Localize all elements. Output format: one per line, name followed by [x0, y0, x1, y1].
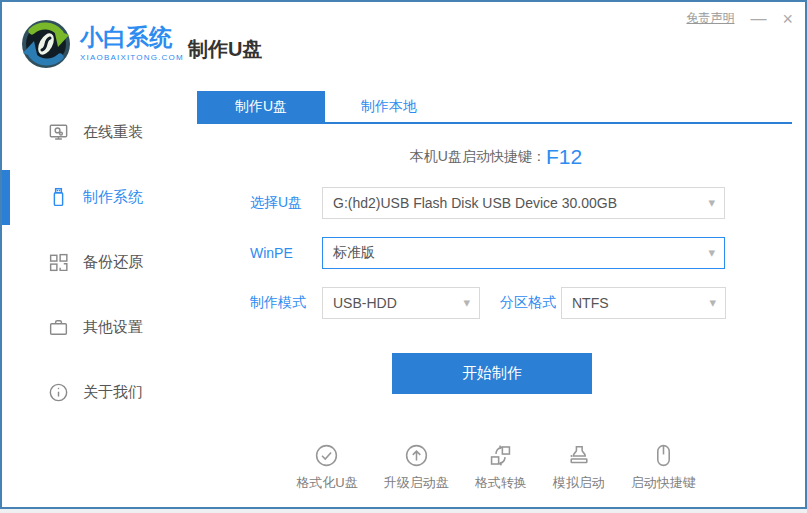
sidebar-item-label: 在线重装	[83, 123, 143, 142]
tab-strip: 制作U盘 制作本地	[197, 91, 792, 124]
winpe-select-row: WinPE 标准版	[250, 237, 805, 269]
titlebar-controls: 免责声明 — ×	[686, 10, 793, 27]
usb-select-label: 选择U盘	[250, 194, 322, 212]
footer-actions: 格式化U盘 升级启动盘	[187, 442, 805, 492]
sidebar-item-online-reinstall[interactable]: 在线重装	[2, 100, 187, 165]
action-label: 格式转换	[475, 474, 527, 492]
action-label: 升级启动盘	[384, 474, 449, 492]
mode-select-value: USB-HDD	[333, 295, 397, 311]
backup-grid-icon	[47, 251, 70, 274]
brand-name: 小白系统	[80, 24, 184, 50]
mode-select-label: 制作模式	[250, 294, 322, 312]
disclaimer-link[interactable]: 免责声明	[686, 10, 734, 27]
action-label: 格式化U盘	[296, 474, 357, 492]
body: 在线重装 制作系统	[2, 90, 805, 507]
app-window: 小白系统 XIAOBAIXITONG.COM 制作U盘 免责声明 — ×	[0, 0, 807, 509]
check-circle-icon	[313, 442, 340, 469]
mode-partition-row: 制作模式 USB-HDD 分区格式 NTFS	[250, 287, 805, 319]
arrow-up-circle-icon	[403, 442, 430, 469]
sidebar-item-about-us[interactable]: 关于我们	[2, 360, 187, 425]
action-label: 启动快捷键	[631, 474, 696, 492]
close-button[interactable]: ×	[782, 11, 793, 27]
winpe-select-label: WinPE	[250, 245, 322, 261]
action-format-usb[interactable]: 格式化U盘	[296, 442, 357, 492]
start-make-button[interactable]: 开始制作	[392, 353, 592, 394]
tab-make-usb[interactable]: 制作U盘	[197, 91, 325, 122]
briefcase-icon	[47, 316, 70, 339]
brand-logo-icon	[20, 18, 72, 70]
action-format-convert[interactable]: 格式转换	[475, 442, 527, 492]
partition-select-label: 分区格式	[500, 294, 561, 312]
tab-make-local[interactable]: 制作本地	[325, 91, 453, 122]
sidebar-item-other-settings[interactable]: 其他设置	[2, 295, 187, 360]
brand-domain: XIAOBAIXITONG.COM	[80, 53, 184, 62]
mouse-icon	[650, 442, 677, 469]
sidebar-item-label: 关于我们	[83, 383, 143, 402]
mode-select-dropdown[interactable]: USB-HDD	[322, 287, 480, 319]
usb-select-dropdown[interactable]: G:(hd2)USB Flash Disk USB Device 30.00GB	[322, 187, 725, 219]
monitor-icon	[47, 121, 70, 144]
page-title: 制作U盘	[188, 36, 262, 63]
sidebar-item-label: 制作系统	[83, 188, 143, 207]
action-label: 模拟启动	[553, 474, 605, 492]
winpe-select-value: 标准版	[333, 244, 375, 262]
brand-text: 小白系统 XIAOBAIXITONG.COM	[80, 24, 184, 62]
partition-select-dropdown[interactable]: NTFS	[561, 287, 726, 319]
partition-select-value: NTFS	[572, 295, 609, 311]
sidebar-item-label: 其他设置	[83, 318, 143, 337]
boot-hotkey-value: F12	[546, 145, 582, 168]
action-upgrade-boot-disk[interactable]: 升级启动盘	[384, 442, 449, 492]
stamp-icon	[565, 442, 592, 469]
minimize-button[interactable]: —	[750, 11, 766, 27]
sidebar-item-make-system[interactable]: 制作系统	[2, 165, 187, 230]
boot-hotkey-label: 本机U盘启动快捷键：	[410, 148, 546, 164]
sidebar-item-label: 备份还原	[83, 253, 143, 272]
header: 小白系统 XIAOBAIXITONG.COM 制作U盘 免责声明 — ×	[2, 2, 805, 90]
usb-drive-icon	[47, 186, 70, 209]
usb-form: 选择U盘 G:(hd2)USB Flash Disk USB Device 30…	[250, 187, 805, 319]
action-boot-hotkeys[interactable]: 启动快捷键	[631, 442, 696, 492]
boot-hotkey-line: 本机U盘启动快捷键：F12	[187, 145, 805, 172]
winpe-select-dropdown[interactable]: 标准版	[322, 237, 725, 269]
main-content: 制作U盘 制作本地 本机U盘启动快捷键：F12 选择U盘 G:(hd2)USB …	[187, 90, 805, 507]
convert-icon	[487, 442, 514, 469]
info-icon	[47, 381, 70, 404]
sidebar-item-backup-restore[interactable]: 备份还原	[2, 230, 187, 295]
usb-select-value: G:(hd2)USB Flash Disk USB Device 30.00GB	[333, 195, 617, 211]
usb-select-row: 选择U盘 G:(hd2)USB Flash Disk USB Device 30…	[250, 187, 805, 219]
sidebar: 在线重装 制作系统	[2, 90, 187, 507]
action-simulate-boot[interactable]: 模拟启动	[553, 442, 605, 492]
